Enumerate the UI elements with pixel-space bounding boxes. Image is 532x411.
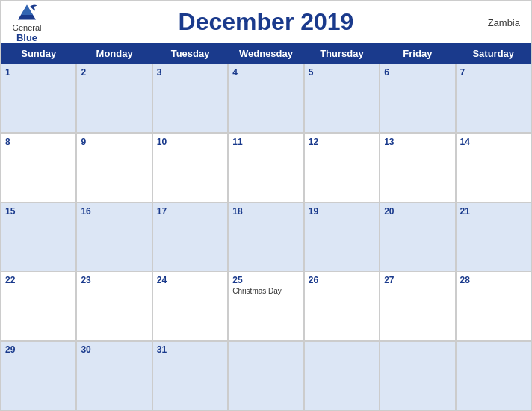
calendar-cell: 10 [152,133,228,203]
day-monday: Monday [76,43,152,64]
date-number: 20 [384,206,394,217]
date-number: 5 [309,67,314,78]
calendar-cell: 17 [152,203,228,272]
calendar-cell: 7 [456,64,531,133]
date-number: 31 [157,344,167,355]
day-friday: Friday [380,43,455,64]
date-number: 21 [460,206,470,217]
calendar-header: General Blue December 2019 Zambia [1,1,531,43]
date-number: 9 [81,137,86,147]
calendar-cell: 16 [76,203,152,272]
calendar-cell: 18 [228,203,303,272]
calendar-cell [456,341,531,410]
date-number: 19 [309,206,318,217]
date-number: 3 [157,67,162,78]
calendar-cell: 12 [304,133,380,203]
calendar-cell: 22 [1,271,76,341]
date-number: 22 [5,275,15,285]
date-number: 11 [232,137,242,147]
date-number: 27 [384,275,394,285]
calendar-cell [304,341,380,410]
days-header: Sunday Monday Tuesday Wednesday Thursday… [1,43,531,64]
day-wednesday: Wednesday [228,43,303,64]
calendar-cell: 13 [380,133,455,203]
calendar-cell [228,341,303,410]
calendar-cell: 30 [76,341,152,410]
calendar-cell: 31 [152,341,228,410]
calendar-cell: 27 [380,271,455,341]
calendar-cell: 9 [76,133,152,203]
calendar-cell: 25Christmas Day [228,271,303,341]
date-number: 1 [5,67,10,78]
date-number: 12 [309,137,318,147]
calendar-cell: 24 [152,271,228,341]
date-number: 17 [157,206,167,217]
day-thursday: Thursday [304,43,380,64]
date-number: 25 [232,275,242,285]
date-number: 15 [5,206,15,217]
calendar-cell: 4 [228,64,303,133]
event-label: Christmas Day [232,287,282,295]
date-number: 6 [384,67,389,78]
calendar-cell: 2 [76,64,152,133]
logo-general-text: General [12,22,41,31]
calendar-cell: 11 [228,133,303,203]
date-number: 16 [81,206,90,217]
day-tuesday: Tuesday [152,43,228,64]
calendar-cell: 15 [1,203,76,272]
date-number: 29 [5,344,15,355]
month-title: December 2019 [179,8,354,36]
date-number: 4 [232,67,238,78]
calendar-cell: 21 [456,203,531,272]
date-number: 10 [157,137,167,147]
calendar-cell: 1 [1,64,76,133]
date-number: 2 [81,67,86,78]
date-number: 7 [460,67,466,78]
date-number: 14 [460,137,470,147]
calendar-cell: 20 [380,203,455,272]
calendar-cell [380,341,455,410]
day-sunday: Sunday [1,43,76,64]
calendar-cell: 14 [456,133,531,203]
logo: General Blue [12,1,42,43]
calendar-container: General Blue December 2019 Zambia Sunday… [0,0,532,411]
calendar-cell: 8 [1,133,76,203]
day-saturday: Saturday [456,43,531,64]
calendar-cell: 23 [76,271,152,341]
date-number: 30 [81,344,90,355]
date-number: 8 [5,137,10,147]
date-number: 28 [460,275,470,285]
date-number: 13 [384,137,394,147]
calendar-cell: 29 [1,341,76,410]
calendar-cell: 5 [304,64,380,133]
date-number: 26 [309,275,318,285]
calendar-cell: 3 [152,64,228,133]
country-label: Zambia [488,16,520,28]
date-number: 24 [157,275,167,285]
calendar-cell: 26 [304,271,380,341]
calendar-cell: 19 [304,203,380,272]
calendar-cell: 28 [456,271,531,341]
date-number: 23 [81,275,90,285]
date-number: 18 [232,206,242,217]
calendar-grid: 1234567891011121314151617181920212223242… [1,64,531,410]
calendar-cell: 6 [380,64,455,133]
logo-blue-text: Blue [16,31,37,43]
